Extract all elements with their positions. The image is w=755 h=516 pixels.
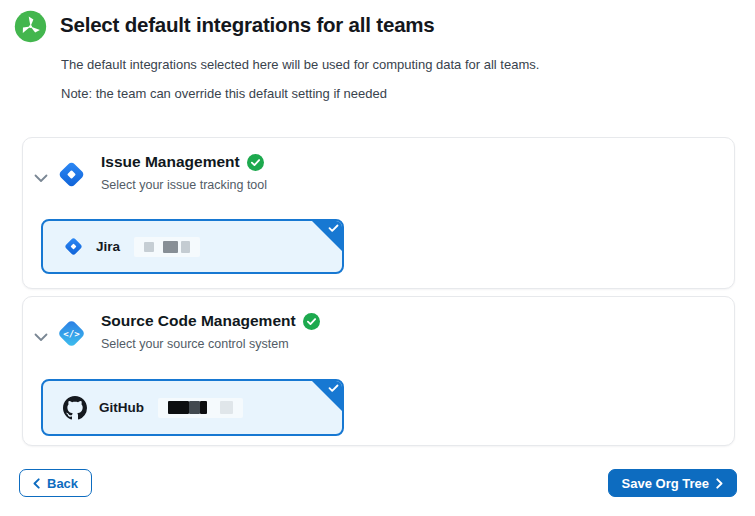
github-option-card[interactable]: GitHub — [41, 379, 344, 436]
back-button-label: Back — [47, 476, 78, 491]
selected-check-icon — [312, 381, 342, 411]
check-circle-icon — [247, 154, 264, 171]
source-code-section-icon: </> — [56, 318, 87, 349]
section-title: Source Code Management — [101, 312, 296, 330]
source-code-management-section: </> Source Code Management Select your s… — [22, 296, 735, 446]
jira-icon — [63, 236, 84, 257]
jira-section-icon — [56, 159, 87, 190]
section-subtitle: Select your issue tracking tool — [101, 178, 267, 192]
page-title: Select default integrations for all team… — [60, 13, 435, 37]
check-circle-icon — [303, 313, 320, 330]
section-title: Issue Management — [101, 153, 240, 171]
svg-text:</>: </> — [63, 329, 80, 339]
section-subtitle: Select your source control system — [101, 337, 289, 351]
save-org-tree-button[interactable]: Save Org Tree — [608, 469, 737, 497]
jira-option-card[interactable]: Jira — [41, 219, 344, 274]
chevron-right-icon — [716, 478, 723, 489]
tool-name: GitHub — [99, 400, 144, 415]
select-default-integrations-page: Select default integrations for all team… — [0, 0, 755, 516]
tool-name: Jira — [96, 239, 120, 254]
collapse-issue-management-button[interactable] — [31, 168, 51, 188]
selected-check-icon — [312, 221, 342, 251]
github-icon — [63, 396, 87, 420]
chevron-down-icon — [34, 174, 48, 183]
page-description: The default integrations selected here w… — [61, 57, 539, 72]
back-button[interactable]: Back — [19, 469, 92, 497]
redacted-org-name — [134, 237, 200, 257]
issue-management-section: Issue Management Select your issue track… — [22, 137, 735, 289]
redacted-org-name — [158, 398, 243, 418]
collapse-source-code-button[interactable] — [31, 327, 51, 347]
chevron-down-icon — [34, 333, 48, 342]
save-button-label: Save Org Tree — [622, 476, 709, 491]
page-note: Note: the team can override this default… — [61, 86, 387, 101]
chevron-left-icon — [33, 478, 40, 489]
app-logo-icon — [14, 10, 47, 43]
